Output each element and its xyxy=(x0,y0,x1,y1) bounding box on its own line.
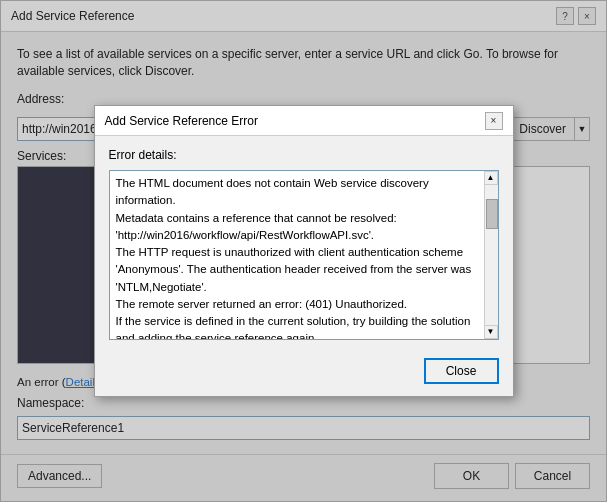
error-dialog: Add Service Reference Error × Error deta… xyxy=(94,105,514,397)
error-details-label: Error details: xyxy=(109,148,499,162)
error-title-bar: Add Service Reference Error × xyxy=(95,106,513,136)
error-body: Error details: The HTML document does no… xyxy=(95,136,513,352)
scrollbar-track xyxy=(484,185,498,325)
error-text-box[interactable]: The HTML document does not contain Web s… xyxy=(109,170,499,340)
close-error-button[interactable]: Close xyxy=(424,358,499,384)
main-dialog: Add Service Reference ? × To see a list … xyxy=(0,0,607,502)
error-close-x-button[interactable]: × xyxy=(485,112,503,130)
scrollbar-thumb[interactable] xyxy=(486,199,498,229)
error-text-content: The HTML document does not contain Web s… xyxy=(116,175,476,340)
error-footer: Close xyxy=(95,352,513,396)
scrollbar-down-arrow[interactable]: ▼ xyxy=(484,325,498,339)
scrollbar-up-arrow[interactable]: ▲ xyxy=(484,171,498,185)
error-dialog-title: Add Service Reference Error xyxy=(105,114,258,128)
error-overlay: Add Service Reference Error × Error deta… xyxy=(1,1,606,501)
